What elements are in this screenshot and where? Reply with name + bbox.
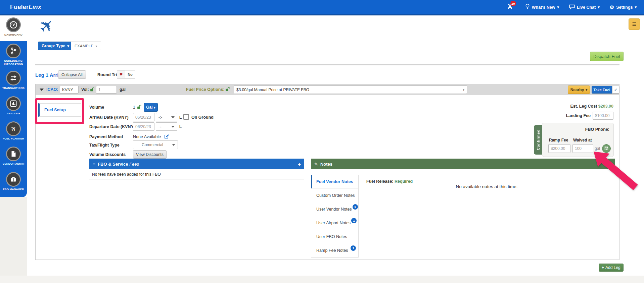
landing-fee-row: Landing Fee <box>566 112 613 120</box>
vol-unit-label: gal <box>120 87 126 92</box>
settings-label: Settings <box>616 5 633 10</box>
sidebar-item-fbo-manager[interactable]: FBO MANAGER <box>0 172 27 197</box>
waived-at-label: Waived at <box>573 138 592 143</box>
brand-logo[interactable]: FuelerLinx <box>10 0 41 14</box>
lightbulb-icon <box>525 4 530 11</box>
round-trip-label: Round Trip <box>97 72 120 77</box>
live-chat-menu[interactable]: Live Chat ▾ <box>569 4 600 10</box>
tax-flight-type-value: Commercial <box>136 143 163 147</box>
add-leg-button[interactable]: + Add Leg <box>599 264 624 272</box>
sidebar-item-dashboard[interactable]: DASHBOARD <box>0 16 27 40</box>
notes-tab-custom-order[interactable]: Custom Order Notes <box>311 188 358 202</box>
tab-fuel-setup[interactable]: Fuel Setup <box>38 103 81 117</box>
fuel-price-value: $3.00/gal Manual Price at PRIVATE FBO <box>236 88 309 92</box>
landing-fee-input[interactable] <box>593 112 613 120</box>
notes-tab-user-airport[interactable]: User Airport Notes 1 <box>311 216 358 230</box>
take-fuel-check-button[interactable]: ✔ <box>612 86 619 94</box>
departure-date-input[interactable] <box>133 122 154 131</box>
caret-down-icon: ▾ <box>557 5 559 9</box>
on-ground-label: On Ground <box>191 115 214 120</box>
unlock-icon[interactable] <box>90 87 95 92</box>
fuel-price-select[interactable]: $3.00/gal Manual Price at PRIVATE FBO ▾ <box>234 86 467 94</box>
icao-input[interactable] <box>60 86 79 94</box>
payment-method-label: Payment Method <box>89 134 123 139</box>
fees-empty-message: No fees have been added for this FBO <box>89 169 304 179</box>
unlock-icon[interactable] <box>137 105 142 109</box>
volume-unit-dropdown[interactable]: Gal ▾ <box>144 103 158 112</box>
fees-title-bold: FBO & Service <box>98 162 128 167</box>
list-icon: ≡ <box>93 161 95 167</box>
notes-tab-user-fbo[interactable]: User FBO Notes <box>311 230 358 243</box>
fbo-phone-label: FBO Phone: <box>585 127 609 132</box>
fuel-price-options-label: Fuel Price Options: <box>186 87 225 92</box>
settings-menu[interactable]: ⚙ Settings ▾ <box>610 4 637 10</box>
caret-down-icon: ▾ <box>598 5 600 9</box>
live-chat-label: Live Chat <box>577 5 596 10</box>
add-fee-button[interactable]: + <box>298 161 301 167</box>
round-trip-x-button[interactable]: ✖ <box>117 70 125 78</box>
notes-section-header: ✎ Notes <box>311 159 615 169</box>
sidebar-blue-section: SCHEDULING INTEGRATION TRANSACTIONS ANAL… <box>0 41 27 197</box>
sidebar-nav: DASHBOARD SCHEDULING INTEGRATION TRANSAC… <box>0 15 27 283</box>
notes-tab-badge: 1 <box>353 204 358 210</box>
sidebar-footer-area <box>0 197 27 283</box>
dispatch-fuel-button[interactable]: Dispatch Fuel <box>590 52 624 61</box>
sidebar-item-scheduling-integration[interactable]: SCHEDULING INTEGRATION <box>0 44 27 71</box>
hamburger-menu-button[interactable]: ≡ <box>629 18 640 30</box>
fuel-release-label: Fuel Release: <box>366 179 394 184</box>
sidebar-item-analysis[interactable]: ANALYSIS <box>0 96 27 121</box>
take-fuel-button[interactable]: Take Fuel <box>592 86 612 94</box>
page-footer-strip <box>0 276 644 283</box>
notifications-button[interactable]: 10 <box>507 3 513 11</box>
briefcase-icon <box>6 172 21 187</box>
notes-tab-ramp-fee[interactable]: Ramp Fee Notes 1 <box>311 243 358 257</box>
waived-at-input[interactable] <box>572 144 593 153</box>
caret-down-icon: ▾ <box>635 5 637 9</box>
arrival-date-input[interactable] <box>133 113 154 121</box>
sidebar-label: VENDOR ADMIN <box>0 162 27 166</box>
notes-tab-fuel-vendor[interactable]: Fuel Vendor Notes <box>311 175 358 188</box>
arrival-time-select[interactable]: -:- <box>156 113 177 121</box>
sidebar-label: TRANSACTIONS <box>0 87 27 90</box>
save-button[interactable] <box>602 144 611 153</box>
chevron-down-icon[interactable] <box>40 89 44 91</box>
leg-panel: ICAO: Vol: gal Fuel Price Options: $3.00… <box>35 84 619 260</box>
group-type-dropdown[interactable]: Group: Type ▾ <box>38 42 73 50</box>
notes-tab-badge: 1 <box>351 218 357 223</box>
whats-new-menu[interactable]: What's New ▾ <box>525 4 559 11</box>
caret-down-icon: ▾ <box>154 106 155 109</box>
departure-local-flag: L <box>179 124 182 129</box>
volume-unit-label: Gal <box>146 105 152 110</box>
notes-tab-badge: 1 <box>351 245 356 251</box>
floppy-disk-icon <box>604 146 609 152</box>
sidebar-item-transactions[interactable]: TRANSACTIONS <box>0 71 27 96</box>
edit-icon[interactable] <box>164 134 169 140</box>
tax-flight-type-select[interactable]: Commercial <box>133 140 178 149</box>
departure-time-select[interactable]: -:- <box>156 122 177 131</box>
fuel-release-value: Required <box>395 179 413 184</box>
notes-tab-user-vendor[interactable]: User Vendor Notes 1 <box>311 202 358 216</box>
brand-italic: Linx <box>29 4 41 10</box>
transfer-arrows-icon <box>6 71 21 86</box>
group-value-dropdown[interactable]: EXAMPLE ▾ <box>71 42 101 50</box>
notification-badge: 10 <box>510 1 516 6</box>
round-trip-no-button[interactable]: No <box>125 70 135 78</box>
est-leg-cost-label: Est. Leg Cost <box>570 104 597 109</box>
sidebar-item-fuel-planner[interactable]: ✈ FUEL PLANNER <box>0 121 27 147</box>
caret-down-icon: ▾ <box>95 44 97 48</box>
on-ground-checkbox[interactable] <box>183 114 189 120</box>
notes-tab-label: User Airport Notes <box>316 221 351 225</box>
vol-input[interactable] <box>96 86 117 94</box>
confirmed-tab[interactable]: Confirmed <box>534 125 542 155</box>
unlock-icon[interactable] <box>225 87 230 92</box>
sidebar-label: FUEL PLANNER <box>0 137 27 140</box>
round-trip-toggle: ✖ No <box>117 70 135 78</box>
nearby-label: Nearby <box>570 88 584 92</box>
navbar-menu: 10 What's New ▾ Live Chat ▾ ⚙ Settings ▾ <box>507 0 637 14</box>
nearby-dropdown-button[interactable]: Nearby ▾ <box>568 86 590 94</box>
sidebar-label: ANALYSIS <box>0 112 27 115</box>
collapse-all-button[interactable]: Collapse All <box>58 70 86 79</box>
ramp-fee-input[interactable] <box>548 144 570 153</box>
view-discounts-button[interactable]: View Discounts <box>133 150 167 159</box>
sidebar-item-vendor-admin[interactable]: VENDOR ADMIN <box>0 147 27 172</box>
